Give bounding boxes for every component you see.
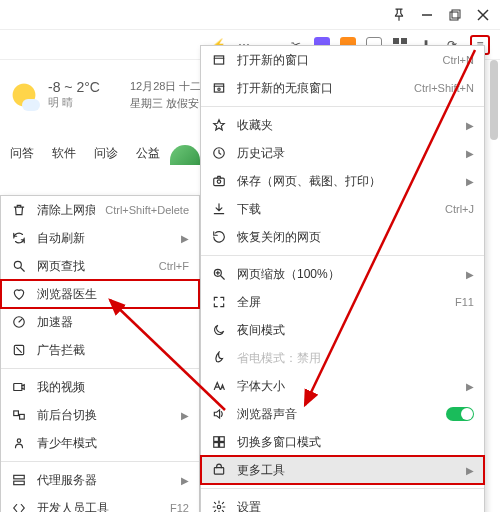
- menu-item-label: 保存（网页、截图、打印）: [237, 173, 456, 190]
- main-item-gear[interactable]: 设置: [201, 493, 484, 512]
- tools-item-adblock[interactable]: 广告拦截: [1, 336, 199, 364]
- menu-item-label: 加速器: [37, 314, 189, 331]
- main-item-restore[interactable]: 恢复关闭的网页: [201, 223, 484, 251]
- main-item-font[interactable]: 字体大小▶: [201, 372, 484, 400]
- svg-point-24: [217, 180, 221, 184]
- menu-item-label: 下载: [237, 201, 435, 218]
- tools-item-teen[interactable]: 青少年模式: [1, 429, 199, 457]
- main-item-incognito[interactable]: 打开新的无痕窗口Ctrl+Shift+N: [201, 74, 484, 102]
- tools-item-trash[interactable]: 清除上网痕迹Ctrl+Shift+Delete: [1, 196, 199, 224]
- weather-temp: -8 ~ 2°C: [48, 79, 100, 95]
- windows-icon: [11, 407, 27, 423]
- download-icon: [211, 201, 227, 217]
- incognito-icon: [211, 80, 227, 96]
- svg-rect-15: [14, 481, 25, 485]
- menu-item-label: 打开新的窗口: [237, 52, 433, 69]
- main-item-download[interactable]: 下载Ctrl+J: [201, 195, 484, 223]
- svg-point-13: [17, 439, 21, 443]
- tab-qa[interactable]: 问答: [10, 145, 34, 162]
- svg-point-34: [217, 505, 221, 509]
- menu-item-label: 夜间模式: [237, 322, 474, 339]
- tools-item-search[interactable]: 网页查找Ctrl+F: [1, 252, 199, 280]
- main-item-eco: 省电模式：禁用: [201, 344, 484, 372]
- heart-icon: [11, 286, 27, 302]
- svg-point-5: [14, 261, 21, 268]
- svg-rect-14: [14, 475, 25, 479]
- main-item-window[interactable]: 打开新的窗口Ctrl+N: [201, 46, 484, 74]
- main-item-fullscreen[interactable]: 全屏F11: [201, 288, 484, 316]
- page-scrollbar[interactable]: [490, 60, 498, 140]
- menu-item-label: 省电模式：禁用: [237, 350, 474, 367]
- pin-icon[interactable]: [392, 8, 406, 22]
- menu-item-label: 更多工具: [237, 462, 456, 479]
- menu-separator: [201, 255, 484, 256]
- main-item-tools[interactable]: 更多工具▶: [201, 456, 484, 484]
- menu-item-label: 青少年模式: [37, 435, 189, 452]
- tools-item-dev[interactable]: 开发人员工具F12: [1, 494, 199, 512]
- tools-item-refresh[interactable]: 自动刷新▶: [1, 224, 199, 252]
- proxy-icon: [11, 472, 27, 488]
- svg-rect-30: [220, 437, 225, 442]
- trash-icon: [11, 202, 27, 218]
- menu-item-label: 前后台切换: [37, 407, 171, 424]
- menu-shortcut: Ctrl+F: [159, 260, 189, 272]
- menu-shortcut: F12: [170, 502, 189, 512]
- close-icon[interactable]: [476, 8, 490, 22]
- submenu-arrow-icon: ▶: [466, 381, 474, 392]
- submenu-arrow-icon: ▶: [466, 176, 474, 187]
- fullscreen-icon: [211, 294, 227, 310]
- main-item-zoom[interactable]: 网页缩放（100%）▶: [201, 260, 484, 288]
- svg-rect-23: [214, 178, 225, 186]
- main-item-multiwin[interactable]: 切换多窗口模式: [201, 428, 484, 456]
- search-icon: [11, 258, 27, 274]
- menu-item-label: 代理服务器: [37, 472, 171, 489]
- menu-item-label: 恢复关闭的网页: [237, 229, 474, 246]
- svg-point-21: [218, 88, 220, 90]
- maximize-icon[interactable]: [448, 8, 462, 22]
- sound-toggle[interactable]: [446, 407, 474, 421]
- window-icon: [211, 52, 227, 68]
- tab-charity[interactable]: 公益: [136, 145, 160, 162]
- svg-rect-12: [20, 414, 25, 419]
- menu-separator: [201, 488, 484, 489]
- weather-sun-icon: [10, 81, 38, 109]
- main-item-camera[interactable]: 保存（网页、截图、打印）▶: [201, 167, 484, 195]
- dev-icon: [11, 500, 27, 512]
- tools-submenu: 清除上网痕迹Ctrl+Shift+Delete自动刷新▶网页查找Ctrl+F浏览…: [0, 195, 200, 512]
- menu-item-label: 网页缩放（100%）: [237, 266, 456, 283]
- svg-rect-2: [452, 10, 460, 18]
- main-item-sound[interactable]: 浏览器声音: [201, 400, 484, 428]
- minimize-icon[interactable]: [420, 8, 434, 22]
- menu-item-label: 网页查找: [37, 258, 149, 275]
- main-item-star[interactable]: 收藏夹▶: [201, 111, 484, 139]
- multiwin-icon: [211, 434, 227, 450]
- tools-item-windows[interactable]: 前后台切换▶: [1, 401, 199, 429]
- tools-item-video[interactable]: 我的视频: [1, 373, 199, 401]
- menu-shortcut: F11: [455, 296, 474, 308]
- svg-line-9: [17, 348, 22, 353]
- menu-item-label: 开发人员工具: [37, 500, 160, 513]
- tools-item-proxy[interactable]: 代理服务器▶: [1, 466, 199, 494]
- menu-item-label: 全屏: [237, 294, 445, 311]
- main-item-moon[interactable]: 夜间模式: [201, 316, 484, 344]
- hill-decoration: [170, 145, 200, 165]
- menu-item-label: 浏览器医生: [37, 286, 189, 303]
- submenu-arrow-icon: ▶: [181, 475, 189, 486]
- tools-item-heart[interactable]: 浏览器医生: [1, 280, 199, 308]
- menu-item-label: 设置: [237, 499, 474, 513]
- main-item-history[interactable]: 历史记录▶: [201, 139, 484, 167]
- svg-rect-33: [214, 468, 223, 474]
- eco-icon: [211, 350, 227, 366]
- menu-shortcut: Ctrl+J: [445, 203, 474, 215]
- tools-icon: [211, 462, 227, 478]
- menu-item-label: 我的视频: [37, 379, 189, 396]
- tools-item-speed[interactable]: 加速器: [1, 308, 199, 336]
- submenu-arrow-icon: ▶: [466, 120, 474, 131]
- menu-item-label: 字体大小: [237, 378, 456, 395]
- tab-consult[interactable]: 问诊: [94, 145, 118, 162]
- menu-shortcut: Ctrl+Shift+Delete: [105, 204, 189, 216]
- svg-line-26: [221, 276, 225, 280]
- tab-software[interactable]: 软件: [52, 145, 76, 162]
- moon-icon: [211, 322, 227, 338]
- submenu-arrow-icon: ▶: [181, 233, 189, 244]
